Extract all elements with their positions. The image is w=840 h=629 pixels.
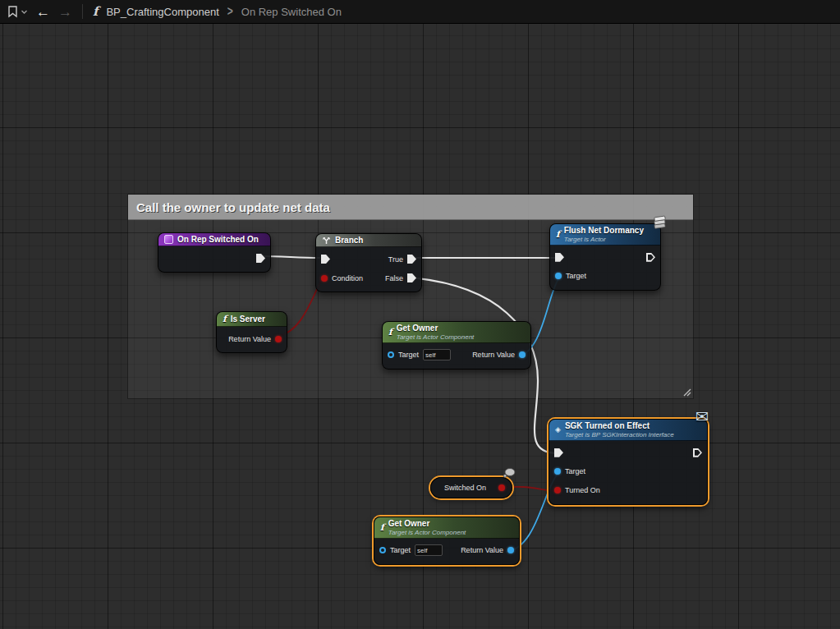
return-value-pin[interactable] (507, 547, 514, 553)
toolbar-divider (82, 4, 83, 19)
node-subtitle: Target is Actor (564, 236, 644, 243)
node-get-owner-top[interactable]: f Get Owner Target is Actor Component Ta… (382, 321, 531, 370)
comment-resize-handle[interactable] (682, 387, 691, 397)
pin-label-condition: Condition (332, 274, 363, 282)
return-value-pin[interactable] (275, 336, 282, 342)
exec-out-pin[interactable] (646, 253, 655, 262)
node-branch[interactable]: Branch True Condition False (315, 233, 422, 292)
node-get-owner-bottom[interactable]: f Get Owner Target is Actor Component Ta… (374, 517, 520, 565)
node-title: On Rep Switched On (177, 235, 259, 244)
comment-header[interactable]: Call the owner to update net data (128, 195, 693, 220)
bookmark-icon (7, 5, 19, 18)
pin-label-turned-on: Turned On (565, 486, 600, 494)
target-pin[interactable] (388, 351, 394, 358)
node-subtitle: Target is Actor Component (397, 333, 475, 341)
target-pin[interactable] (554, 468, 561, 475)
target-pin[interactable] (555, 273, 562, 279)
turned-on-pin[interactable] (554, 487, 561, 494)
interface-icon: ◈ (555, 425, 561, 434)
target-pin[interactable] (379, 547, 386, 553)
node-title: Is Server (231, 314, 265, 324)
function-icon: f (556, 229, 560, 240)
node-is-server[interactable]: f Is Server Return Value (216, 311, 287, 353)
pin-label-target: Target (390, 546, 411, 554)
node-switched-on-getter[interactable]: Switched On (430, 477, 512, 498)
variable-label: Switched On (444, 484, 486, 492)
envelope-icon: ✉ (695, 409, 709, 425)
function-icon: f (223, 314, 227, 324)
node-on-rep-switched-on[interactable]: On Rep Switched On (158, 232, 271, 273)
target-value-input[interactable] (415, 544, 443, 556)
branch-icon (322, 236, 331, 245)
exec-in-pin[interactable] (555, 253, 564, 262)
node-subtitle: Target is BP SGKInteraction Interface (565, 431, 674, 438)
node-title: SGK Turned on Effect (565, 421, 674, 431)
back-button[interactable]: ← (36, 5, 50, 19)
function-icon: f (380, 522, 384, 533)
condition-pin[interactable] (321, 275, 328, 282)
pin-label-target: Target (398, 351, 419, 359)
node-subtitle: Target is Actor Component (388, 529, 466, 536)
exec-in-pin[interactable] (554, 448, 563, 457)
function-icon: f (388, 327, 392, 337)
function-icon: f (93, 4, 98, 19)
target-value-input[interactable] (423, 349, 451, 360)
return-value-pin[interactable] (519, 351, 526, 358)
node-title: Branch (335, 236, 363, 245)
exec-in-pin[interactable] (321, 255, 330, 264)
toolbar: ← → f BP_CraftingComponent > On Rep Swit… (0, 0, 840, 24)
pin-label-return-value: Return Value (461, 546, 503, 554)
exec-true-pin[interactable] (407, 255, 416, 264)
breadcrumb-root[interactable]: BP_CraftingComponent (106, 6, 218, 18)
dormancy-stack-icon (650, 213, 669, 233)
exec-out-pin[interactable] (693, 448, 702, 457)
breadcrumb-chevron-icon: > (227, 4, 233, 19)
comment-title: Call the owner to update net data (136, 200, 330, 214)
watch-icon (503, 468, 516, 478)
pin-label-return-value: Return Value (472, 351, 515, 359)
node-title: Get Owner (397, 324, 475, 333)
event-icon (164, 235, 173, 244)
pin-label-target: Target (565, 467, 585, 475)
node-sgk-turned-on-effect[interactable]: ◈ SGK Turned on Effect Target is BP SGKI… (549, 419, 708, 505)
switched-on-pin[interactable] (498, 484, 505, 491)
pin-label-return-value: Return Value (228, 335, 271, 343)
breadcrumb-current: On Rep Switched On (241, 6, 342, 18)
exec-false-pin[interactable] (407, 273, 416, 282)
node-flush-net-dormancy[interactable]: f Flush Net Dormancy Target is Actor Tar… (549, 223, 661, 291)
exec-out-pin[interactable] (256, 254, 265, 263)
chevron-down-icon (21, 8, 28, 16)
node-title: Get Owner (388, 519, 466, 529)
node-title: Flush Net Dormancy (564, 226, 644, 236)
pin-label-target: Target (566, 272, 586, 280)
forward-button[interactable]: → (58, 5, 72, 19)
pin-label-false: False (385, 274, 403, 282)
pin-label-true: True (388, 255, 403, 264)
graph-bookmark-button[interactable] (7, 5, 28, 18)
